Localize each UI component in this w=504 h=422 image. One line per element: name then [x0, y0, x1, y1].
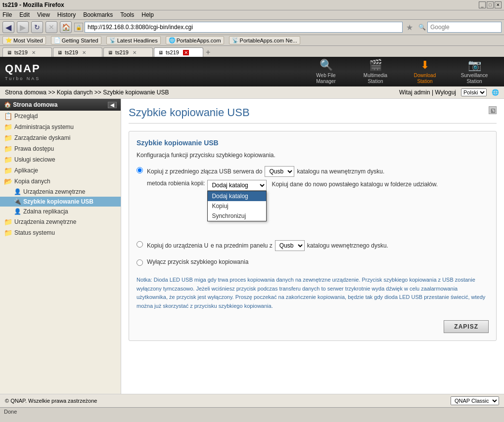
browser-titlebar: ts219 - Mozilla Firefox _ □ ✕ [0, 0, 504, 10]
sidebar-item-zewnetrzne2[interactable]: 📁 Urządzenia zewnętrzne [0, 216, 121, 227]
qnap-header: QNAP Turbo NAS 🔍 Web File Manager 🎬 Mult… [0, 57, 504, 86]
menu-view[interactable]: View [37, 11, 50, 18]
option2-middle: e na przednim panelu z [211, 242, 273, 249]
kopia-icon: 📂 [4, 177, 12, 185]
przeglad-icon: 📋 [4, 112, 12, 120]
stop-button[interactable]: ✕ [46, 21, 57, 33]
bookmark-latest-headlines[interactable]: 📡 Latest Headlines [106, 36, 161, 44]
brand-name: QNAP [5, 62, 41, 75]
globe-icon: 🌐 [492, 89, 499, 96]
bookmark-getting-started[interactable]: 📄 Getting Started [51, 36, 101, 44]
minimize-button[interactable]: _ [479, 1, 486, 8]
header-apps: 🔍 Web File Manager 🎬 Multimedia Station … [301, 56, 499, 87]
menu-history[interactable]: History [57, 11, 76, 18]
dropdown-item-kopiuj[interactable]: Kopiuj [208, 201, 266, 211]
sidebar-item-szybkie[interactable]: 🔌 Szybkie kopiowanie USB [0, 197, 121, 207]
status-text: Done [4, 409, 17, 415]
menu-tools[interactable]: Tools [120, 11, 134, 18]
bookmark-star[interactable]: ★ [404, 22, 415, 33]
theme-select[interactable]: QNAP Classic [451, 396, 499, 405]
save-button[interactable]: ZAPISZ [444, 320, 489, 333]
tab-4[interactable]: 🖥 ts219 ✕ [154, 47, 203, 57]
search-input[interactable] [427, 22, 502, 33]
tab1-icon: 🖥 [7, 50, 12, 55]
admin-icon: 📁 [4, 123, 12, 131]
webfile-icon: 🔍 [320, 59, 333, 72]
header-app-surveillance[interactable]: 📷 Surveillance Station [450, 56, 499, 87]
prawa-icon: 📁 [4, 145, 12, 153]
option2-qusb-select[interactable]: Qusb [275, 240, 305, 251]
tab-1[interactable]: 🖥 ts219 ✕ [2, 47, 52, 57]
browser-title: ts219 - Mozilla Firefox [2, 1, 64, 8]
tab4-close[interactable]: ✕ [183, 50, 189, 55]
sidebar-header: 🏠 Strona domowa ◀ [0, 99, 121, 111]
option1-radio[interactable] [137, 167, 143, 173]
option1-qusb-select[interactable]: Qusb [265, 166, 294, 177]
browser-toolbar: ◀ ▶ ↻ ✕ 🏠 🔒 ★ 🔍 [0, 20, 504, 35]
menubar: File Edit View History Bookmarks Tools H… [0, 10, 504, 20]
main-panel: ◱ Szybkie kopiowanie USB Szybkie kopiowa… [121, 99, 504, 394]
menu-help[interactable]: Help [141, 11, 154, 18]
address-bar[interactable] [85, 22, 403, 33]
sidebar-item-zewnetrzne1[interactable]: 👤 Urządzenia zewnętrzne [0, 187, 121, 197]
zewnetrzne1-icon: 👤 [14, 188, 21, 195]
tab2-close[interactable]: ✕ [82, 50, 86, 55]
sidebar-item-prawa[interactable]: 📁 Prawa dostępu [0, 143, 121, 154]
menu-bookmarks[interactable]: Bookmarks [83, 11, 113, 18]
sidebar-item-dyski[interactable]: 📁 Zarządzanie dyskami [0, 132, 121, 143]
language-select[interactable]: Polski [461, 88, 487, 96]
tab3-close[interactable]: ✕ [133, 50, 137, 55]
sidebar-item-admin[interactable]: 📁 Administracja systemu [0, 122, 121, 132]
forward-button[interactable]: ▶ [17, 21, 29, 33]
bookmark-portableapps2[interactable]: 📡 PortableApps.com Ne... [229, 36, 300, 44]
page-icon: 📄 [54, 37, 61, 43]
breadcrumb-bar: Strona domowa >> Kopia danych >> Szybkie… [0, 86, 504, 99]
new-tab-button[interactable]: + [206, 48, 210, 57]
home-button[interactable]: 🏠 [60, 21, 72, 33]
header-app-webfile[interactable]: 🔍 Web File Manager [301, 56, 351, 87]
dyski-icon: 📁 [4, 134, 12, 142]
sidebar-collapse-button[interactable]: ◀ [108, 102, 117, 108]
tabs-bar: 🖥 ts219 ✕ 🖥 ts219 ✕ 🖥 ts219 ✕ 🖥 ts219 ✕ … [0, 46, 504, 57]
aplikacje-icon: 📁 [4, 167, 12, 174]
home-icon: 🏠 [4, 101, 11, 108]
sidebar-item-przeglad[interactable]: 📋 Przegląd [0, 111, 121, 122]
option2-radio[interactable] [137, 241, 143, 248]
sidebar-item-status[interactable]: 📁 Status systemu [0, 227, 121, 238]
close-button[interactable]: ✕ [495, 1, 502, 8]
header-app-download[interactable]: ⬇ Download Station [400, 56, 450, 87]
sidebar-item-uslugi[interactable]: 📁 Usługi sieciowe [0, 154, 121, 165]
tab-3[interactable]: 🖥 ts219 ✕ [103, 47, 153, 57]
qnap-logo: QNAP Turbo NAS [5, 62, 41, 81]
tab1-close[interactable]: ✕ [32, 50, 36, 55]
note-text: Notka: Dioda LED USB miga gdy trwa proce… [137, 276, 489, 310]
dropdown-menu: Dodaj katalog Kopiuj Synchronizuj [207, 191, 267, 221]
uslugi-icon: 📁 [4, 156, 12, 164]
tab-2[interactable]: 🖥 ts219 ✕ [53, 47, 102, 57]
method-select-wrapper: Dodaj katalog Dodaj katalog Kopiuj Synch… [207, 180, 267, 191]
sidebar-item-kopia[interactable]: 📂 Kopia danych [0, 176, 121, 187]
szybkie-icon: 🔌 [14, 198, 21, 205]
tab4-icon: 🖥 [158, 50, 163, 55]
tab2-icon: 🖥 [57, 50, 62, 55]
bookmark-most-visited[interactable]: ⭐ Most Visited [2, 36, 46, 44]
sidebar-item-aplikacje[interactable]: 📁 Aplikacje [0, 165, 121, 176]
dropdown-item-synchronizuj[interactable]: Synchronizuj [208, 211, 266, 221]
option3-radio[interactable] [137, 259, 143, 266]
bookmark-portableapps[interactable]: 🌐 PortableApps.com [166, 36, 224, 44]
corner-button[interactable]: ◱ [489, 106, 497, 114]
maximize-button[interactable]: □ [487, 1, 494, 8]
menu-edit[interactable]: Edit [19, 11, 30, 18]
refresh-button[interactable]: ↻ [31, 21, 43, 33]
dropdown-item-dodaj[interactable]: Dodaj katalog [208, 191, 266, 201]
footer: © QNAP. Wszelkie prawa zastrzeżone QNAP … [0, 394, 504, 407]
header-app-multimedia[interactable]: 🎬 Multimedia Station [351, 56, 400, 87]
option1-row: Kopiuj z przedniego złącza USB serwera d… [137, 166, 489, 191]
back-button[interactable]: ◀ [2, 21, 14, 33]
portable-icon: 🌐 [169, 37, 176, 43]
sidebar-item-zdalna[interactable]: 👤 Zdalna replikacja [0, 207, 121, 216]
zdalna-icon: 👤 [14, 208, 21, 215]
method-select[interactable]: Dodaj katalog [207, 180, 267, 191]
menu-file[interactable]: File [2, 11, 12, 18]
rss-icon: 📡 [109, 37, 116, 43]
